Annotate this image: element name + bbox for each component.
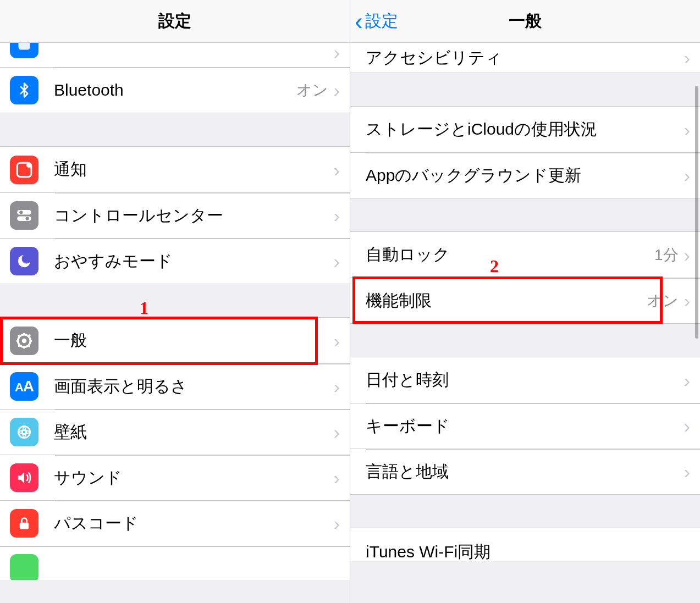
row-label: 言語と地域 [366,461,684,483]
row-sounds[interactable]: サウンド › [0,455,350,500]
svg-rect-0 [19,43,30,50]
settings-master-pane: 設定 › Bluetooth オン [0,0,350,603]
row-value: オン [296,80,328,101]
wallpaper-icon [10,418,38,446]
svg-line-14 [29,345,30,346]
row-label: 壁紙 [54,421,334,444]
svg-rect-5 [17,216,31,221]
row-display-brightness[interactable]: AA 画面表示と明るさ › [0,363,350,409]
row-label: 一般 [54,329,334,352]
svg-point-17 [18,426,30,438]
back-button[interactable]: ‹ 設定 [355,0,398,42]
chevron-right-icon: › [334,206,340,225]
chevron-right-icon: › [334,331,340,350]
chevron-right-icon: › [334,161,340,179]
row-auto-lock[interactable]: 自動ロック 1分 › [350,232,700,278]
row-label: コントロールセンター [54,204,334,227]
chevron-right-icon: › [334,423,340,441]
right-header-title: 一般 [509,10,542,32]
left-scroll[interactable]: › Bluetooth オン › 通知 [0,43,350,603]
svg-line-16 [29,335,30,336]
text-size-icon: AA [10,372,38,401]
row-label: 画面表示と明るさ [54,375,334,398]
chevron-right-icon: › [334,377,340,396]
app-icon [10,43,38,58]
row-storage-icloud[interactable]: ストレージとiCloudの使用状況 › [350,107,700,152]
row-label: Bluetooth [54,81,296,99]
gear-icon [10,327,38,355]
row-control-center[interactable]: コントロールセンター › [0,192,350,238]
row-label: アクセシビリティ [366,47,684,69]
chevron-right-icon: › [334,43,340,62]
chevron-right-icon: › [334,252,340,270]
svg-line-13 [18,335,20,336]
right-scroll[interactable]: アクセシビリティ › ストレージとiCloudの使用状況 › Appのバックグラ… [350,43,700,603]
svg-point-2 [26,162,31,167]
row-label: 日付と時刻 [366,369,684,391]
chevron-right-icon: › [684,462,690,481]
moon-icon [10,247,38,275]
chevron-right-icon: › [684,291,690,310]
chevron-right-icon: › [334,514,340,533]
settings-detail-pane: ‹ 設定 一般 アクセシビリティ › ストレージとiCloudの使用状況 › [350,0,700,603]
chevron-right-icon: › [334,468,340,487]
row-label: パスコード [54,512,334,535]
bluetooth-icon [10,76,38,104]
row-value: 1分 [654,245,679,265]
row-date-time[interactable]: 日付と時刻 › [350,357,700,403]
svg-point-4 [19,211,23,214]
chevron-right-icon: › [684,166,690,185]
row-partial-app[interactable]: › [0,43,350,67]
row-label: 自動ロック [366,244,654,266]
right-header: ‹ 設定 一般 [350,0,700,43]
row-passcode[interactable]: パスコード › [0,500,350,546]
row-label: サウンド [54,467,334,489]
row-label: ストレージとiCloudの使用状況 [366,118,684,141]
left-header-title: 設定 [158,10,191,32]
lock-icon [10,509,38,538]
svg-point-8 [22,338,27,343]
row-do-not-disturb[interactable]: おやすみモード › [0,238,350,284]
chevron-right-icon: › [684,371,690,390]
left-header: 設定 [0,0,350,43]
row-accessibility[interactable]: アクセシビリティ › [350,43,700,73]
svg-rect-3 [17,210,31,215]
scrollbar-indicator [695,86,698,339]
row-restrictions[interactable]: 機能制限 オン › [350,278,700,323]
chevron-right-icon: › [684,48,690,67]
privacy-icon [10,554,38,580]
row-keyboard[interactable]: キーボード › [350,403,700,449]
row-general[interactable]: 一般 › [0,318,350,363]
row-label: iTunes Wi-Fi同期 [366,541,690,562]
speaker-icon [10,463,38,492]
row-language-region[interactable]: 言語と地域 › [350,449,700,494]
row-label: キーボード [366,415,684,438]
notifications-icon [10,156,38,184]
row-partial-bottom[interactable] [0,547,350,580]
svg-line-15 [18,345,20,346]
chevron-right-icon: › [684,120,690,139]
row-label: 通知 [54,158,334,181]
chevron-right-icon: › [334,81,340,99]
svg-point-6 [26,217,29,220]
chevron-left-icon: ‹ [355,9,363,34]
row-label: 機能制限 [366,290,647,312]
row-value: オン [647,290,679,311]
row-notifications[interactable]: 通知 › [0,147,350,192]
row-label: Appのバックグラウンド更新 [366,164,684,187]
back-label: 設定 [365,10,398,32]
svg-rect-19 [20,523,29,529]
row-wallpaper[interactable]: 壁紙 › [0,409,350,455]
row-bluetooth[interactable]: Bluetooth オン › [0,67,350,113]
row-itunes-wifi-sync[interactable]: iTunes Wi-Fi同期 [350,528,700,561]
row-label: おやすみモード [54,250,334,273]
row-background-refresh[interactable]: Appのバックグラウンド更新 › [350,152,700,198]
chevron-right-icon: › [684,246,690,264]
chevron-right-icon: › [684,417,690,435]
control-center-icon [10,201,38,230]
